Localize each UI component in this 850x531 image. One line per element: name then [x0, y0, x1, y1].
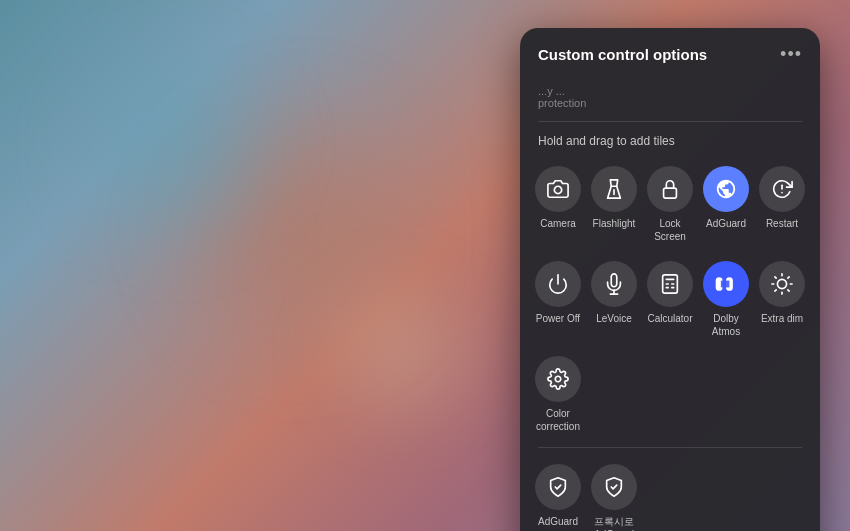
dolby-atmos-label: Dolby Atmos [700, 312, 752, 338]
tiles-row-2: Power Off LeVoice [520, 253, 820, 348]
bg-blob3 [300, 250, 500, 450]
hint-instruction: Hold and drag to add tiles [520, 134, 820, 158]
panel-hint-area: ...y ... protection [520, 77, 820, 121]
tile-extra-dim[interactable]: Extra dim [754, 257, 810, 342]
dim-icon [771, 273, 793, 295]
flashlight-label: Flashlight [593, 217, 636, 230]
svg-line-25 [788, 277, 789, 278]
svg-point-26 [555, 376, 561, 382]
camera-label: Camera [540, 217, 576, 230]
hint-protection: protection [538, 97, 802, 109]
mic-icon [603, 273, 625, 295]
tile-dolby-atmos[interactable]: Dolby Atmos [698, 257, 754, 342]
panel-header: Custom control options ••• [520, 28, 820, 77]
extra-dim-icon-wrap [759, 261, 805, 307]
tiles-row-3: Color correction [520, 348, 820, 443]
tile-levoice[interactable]: LeVoice [586, 257, 642, 342]
vpn-icon [715, 178, 737, 200]
tile-calculator[interactable]: Calculator [642, 257, 698, 342]
svg-line-24 [775, 290, 776, 291]
adguard-proxy-icon-wrap [591, 464, 637, 510]
tiles-row-1: Camera Flashlight Lock Screen [520, 158, 820, 253]
tile-adguard-bottom[interactable]: AdGuard [530, 460, 586, 531]
dolby-icon-wrap [703, 261, 749, 307]
panel-title: Custom control options [538, 46, 707, 63]
lock-screen-icon-wrap [647, 166, 693, 212]
adguard-bottom-icon-wrap [535, 464, 581, 510]
section-divider-2 [538, 447, 802, 448]
hint-text-top: ...y ... [538, 85, 802, 97]
panel-menu-button[interactable]: ••• [780, 44, 802, 65]
color-correction-icon-wrap [535, 356, 581, 402]
shield-icon [547, 476, 569, 498]
calculator-icon-wrap [647, 261, 693, 307]
camera-icon-wrap [535, 166, 581, 212]
adguard-proxy-label: 프록시로 AdGuard 사 [588, 515, 640, 531]
power-icon [547, 273, 569, 295]
tiles-row-4: AdGuard 프록시로 AdGuard 사 [520, 456, 820, 531]
color-correction-label: Color correction [532, 407, 584, 433]
custom-control-panel: Custom control options ••• ...y ... prot… [520, 28, 820, 531]
color-correction-icon [547, 368, 569, 390]
levoice-icon-wrap [591, 261, 637, 307]
extra-dim-label: Extra dim [761, 312, 803, 325]
dolby-icon [714, 273, 738, 295]
tile-power-off[interactable]: Power Off [530, 257, 586, 342]
adguard-top-icon-wrap [703, 166, 749, 212]
tile-adguard-top[interactable]: AdGuard [698, 162, 754, 247]
tile-lock-screen[interactable]: Lock Screen [642, 162, 698, 247]
restart-label: Restart [766, 217, 798, 230]
svg-point-0 [554, 186, 561, 193]
svg-rect-16 [721, 281, 730, 288]
shield-check-icon [603, 476, 625, 498]
svg-line-20 [775, 277, 776, 278]
restart-icon-wrap [759, 166, 805, 212]
camera-icon [547, 178, 569, 200]
tile-color-correction[interactable]: Color correction [530, 352, 586, 437]
svg-point-17 [777, 279, 786, 288]
lock-screen-label: Lock Screen [644, 217, 696, 243]
bg-blob2 [50, 20, 300, 270]
svg-line-21 [788, 290, 789, 291]
power-off-icon-wrap [535, 261, 581, 307]
power-off-label: Power Off [536, 312, 580, 325]
adguard-bottom-label: AdGuard [538, 515, 578, 528]
restart-icon [771, 178, 793, 200]
calculator-label: Calculator [647, 312, 692, 325]
svg-rect-2 [664, 188, 677, 198]
tile-camera[interactable]: Camera [530, 162, 586, 247]
flashlight-icon [603, 178, 625, 200]
section-divider [538, 121, 802, 122]
calculator-icon [659, 273, 681, 295]
tile-restart[interactable]: Restart [754, 162, 810, 247]
svg-rect-8 [663, 275, 678, 293]
levoice-label: LeVoice [596, 312, 632, 325]
tile-adguard-proxy[interactable]: 프록시로 AdGuard 사 [586, 460, 642, 531]
lock-icon [659, 178, 681, 200]
flashlight-icon-wrap [591, 166, 637, 212]
adguard-top-label: AdGuard [706, 217, 746, 230]
tile-flashlight[interactable]: Flashlight [586, 162, 642, 247]
